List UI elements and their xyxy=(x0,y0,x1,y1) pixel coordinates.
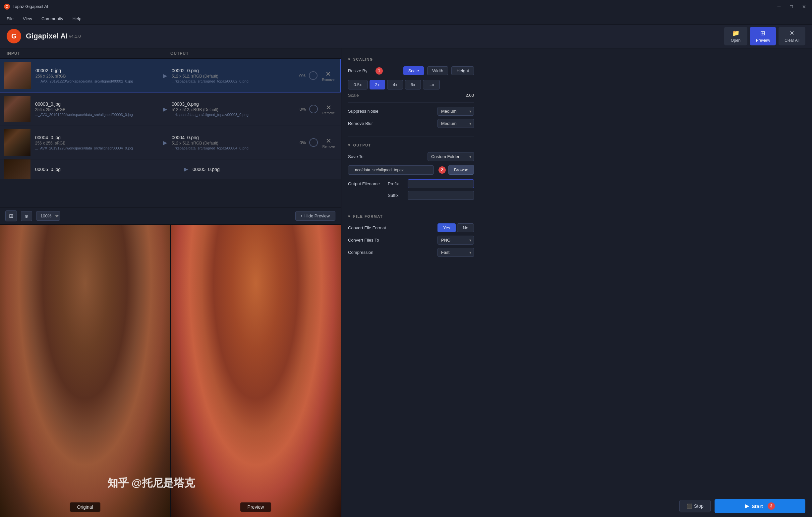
compression-select[interactable]: Fast xyxy=(437,248,474,257)
titlebar-title: Topaz Gigapixel AI xyxy=(12,4,776,9)
chevron-down-icon: ▾ xyxy=(348,214,351,219)
browse-button[interactable]: Browse xyxy=(448,165,474,175)
scale-mode-button[interactable]: Scale xyxy=(403,66,424,75)
output-section-content: Save To Custom Folder 2 Browse Output Fi… xyxy=(341,149,481,208)
prefix-input[interactable] xyxy=(408,179,474,188)
hide-preview-button[interactable]: ▪ Hide Preview xyxy=(295,211,336,221)
maximize-button[interactable]: □ xyxy=(788,3,795,10)
output-file-info: 00002_0.png 512 x 512, sRGB (Default) ..… xyxy=(172,68,295,83)
remove-blur-select[interactable]: Medium xyxy=(437,119,474,128)
divider xyxy=(348,103,474,103)
output-filepath: ...rkspace/data_src/aligned_topaz/00003_… xyxy=(172,113,295,117)
step2-badge: 2 xyxy=(438,166,446,174)
output-filename: 00002_0.png xyxy=(172,68,295,73)
scale-custom-button[interactable]: ...x xyxy=(423,80,440,89)
scaling-section-header[interactable]: ▾ SCALING xyxy=(341,54,481,64)
main-layout: INPUT OUTPUT 00002_0.jpg 256 x 256, sRGB… xyxy=(0,48,812,517)
preview-toolbar: ⊞ ⊕ 100% ▪ Hide Preview xyxy=(0,207,341,225)
input-file-info: 00003_0.jpg 256 x 256, sRGB ..._AVX_2019… xyxy=(35,102,158,117)
output-path-input[interactable] xyxy=(348,165,434,175)
preview-button[interactable]: ⊞ Preview xyxy=(750,27,776,46)
file-list[interactable]: INPUT OUTPUT 00002_0.jpg 256 x 256, sRGB… xyxy=(0,48,341,207)
progress-circle xyxy=(309,138,318,147)
scale-2x-button[interactable]: 2x xyxy=(370,80,385,89)
compression-dropdown-wrapper: Fast xyxy=(437,248,474,257)
remove-blur-row: Remove Blur Medium xyxy=(348,119,474,128)
remove-button[interactable]: ✕ Remove xyxy=(320,102,337,117)
zoom-button[interactable]: ⊕ xyxy=(21,211,32,221)
output-filepath: ...rkspace/data_src/aligned_topaz/00002_… xyxy=(172,79,295,83)
no-button[interactable]: No xyxy=(457,223,474,232)
suffix-input[interactable] xyxy=(408,191,474,200)
preview-label: Preview xyxy=(240,502,271,512)
logo: G xyxy=(7,29,21,44)
menu-view[interactable]: View xyxy=(19,15,36,23)
input-filepath: ..._AVX_20191220/workspace/data_src/alig… xyxy=(35,113,158,117)
app-icon: G xyxy=(4,4,10,9)
suppress-noise-dropdown-wrapper: Medium xyxy=(437,107,474,116)
output-header-label: OUTPUT xyxy=(353,143,371,147)
hide-preview-icon: ▪ xyxy=(301,213,302,219)
remove-button[interactable]: ✕ Remove xyxy=(320,135,337,150)
remove-button[interactable]: ✕ Remove xyxy=(320,68,337,84)
table-row[interactable]: 00004_0.jpg 256 x 256, sRGB ..._AVX_2019… xyxy=(0,126,341,160)
scale-4x-button[interactable]: 4x xyxy=(387,80,403,89)
thumbnail xyxy=(4,62,31,89)
close-button[interactable]: ✕ xyxy=(800,3,808,10)
file-format-section-header[interactable]: ▾ FILE FORMAT xyxy=(341,211,481,221)
input-column-header: INPUT xyxy=(7,51,170,56)
folder-icon: 📁 xyxy=(732,29,740,37)
table-row[interactable]: 00002_0.jpg 256 x 256, sRGB ..._AVX_2019… xyxy=(0,59,341,92)
table-row[interactable]: 00005_0.jpg ▶ 00005_0.png xyxy=(0,160,341,179)
open-label: Open xyxy=(731,38,741,43)
scaling-header-label: SCALING xyxy=(353,57,373,61)
progress-text: 0% xyxy=(300,140,306,145)
menu-file[interactable]: File xyxy=(3,15,18,23)
minimize-button[interactable]: ─ xyxy=(776,3,783,10)
thumbnail xyxy=(4,96,30,122)
section-divider2 xyxy=(348,208,474,208)
preview-area: ⊞ ⊕ 100% ▪ Hide Preview xyxy=(0,207,341,517)
input-filename: 00004_0.jpg xyxy=(35,135,158,140)
yes-button[interactable]: Yes xyxy=(437,223,456,232)
zoom-select[interactable]: 100% xyxy=(36,211,60,221)
hide-preview-label: Hide Preview xyxy=(304,213,330,219)
input-filename: 00002_0.jpg xyxy=(35,68,158,73)
titlebar: G Topaz Gigapixel AI ─ □ ✕ xyxy=(0,0,812,13)
save-to-select[interactable]: Custom Folder xyxy=(428,152,474,161)
grid-view-button[interactable]: ⊞ xyxy=(5,210,17,221)
file-format-section-content: Convert File Format Yes No Convert Files… xyxy=(341,221,481,265)
width-mode-button[interactable]: Width xyxy=(427,66,448,75)
suppress-noise-row: Suppress Noise Medium xyxy=(348,107,474,116)
original-label: Original xyxy=(69,502,100,512)
input-filename: 00003_0.jpg xyxy=(35,102,158,107)
menu-community[interactable]: Community xyxy=(37,15,67,23)
remove-blur-label: Remove Blur xyxy=(348,121,437,126)
input-filename: 00005_0.jpg xyxy=(35,167,179,172)
file-format-header-label: FILE FORMAT xyxy=(353,214,383,219)
output-filename: 00003_0.png xyxy=(172,102,295,107)
output-file-info: 00003_0.png 512 x 512, sRGB (Default) ..… xyxy=(172,102,295,117)
table-row[interactable]: 00003_0.jpg 256 x 256, sRGB ..._AVX_2019… xyxy=(0,92,341,126)
scale-6x-button[interactable]: 6x xyxy=(405,80,421,89)
left-panel: INPUT OUTPUT 00002_0.jpg 256 x 256, sRGB… xyxy=(0,48,341,517)
clear-all-button[interactable]: ✕ Clear All xyxy=(779,27,805,46)
titlebar-controls: ─ □ ✕ xyxy=(776,3,808,10)
remove-x-icon: ✕ xyxy=(326,137,331,145)
menu-help[interactable]: Help xyxy=(68,15,86,23)
arrow-right-icon: ▶ xyxy=(163,140,167,146)
header-buttons: 📁 Open ⊞ Preview ✕ Clear All xyxy=(724,27,805,46)
convert-files-to-select[interactable]: PNG xyxy=(437,236,474,245)
output-section-header[interactable]: ▾ OUTPUT xyxy=(341,140,481,149)
file-list-header: INPUT OUTPUT xyxy=(0,48,341,59)
height-mode-button[interactable]: Height xyxy=(452,66,474,75)
prefix-label: Prefix xyxy=(388,181,408,186)
scale-value-label: Scale xyxy=(348,93,466,98)
chevron-down-icon: ▾ xyxy=(348,143,351,147)
menubar: File View Community Help xyxy=(0,13,812,25)
input-filesize: 256 x 256, sRGB xyxy=(35,74,158,79)
suppress-noise-select[interactable]: Medium xyxy=(437,107,474,116)
compression-label: Compression xyxy=(348,250,437,255)
open-button[interactable]: 📁 Open xyxy=(724,27,747,46)
scale-05x-button[interactable]: 0.5x xyxy=(348,80,368,89)
